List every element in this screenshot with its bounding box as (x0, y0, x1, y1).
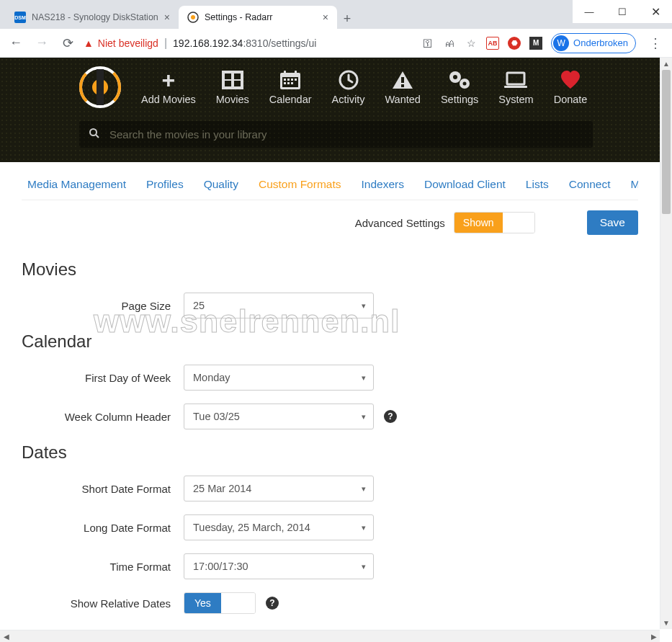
url-host: 192.168.192.34 (173, 37, 243, 49)
svg-line-32 (96, 135, 99, 138)
scroll-left-icon[interactable]: ◀ (0, 630, 12, 642)
tab-custom-formats[interactable]: Custom Formats (259, 178, 341, 191)
security-label: Niet beveiligd (98, 37, 158, 49)
profile-avatar-icon: W (553, 35, 569, 51)
search-icon (89, 128, 99, 141)
forward-button[interactable]: → (32, 33, 52, 53)
star-icon[interactable]: ☆ (465, 37, 478, 50)
extension-badge-icon[interactable]: ⬣ (508, 37, 521, 50)
toggle-value: Shown (454, 213, 503, 233)
svg-rect-15 (284, 79, 286, 81)
scrollbar-thumb[interactable] (662, 70, 671, 214)
nav-activity[interactable]: Activity (332, 69, 365, 105)
save-button[interactable]: Save (587, 210, 638, 235)
new-tab-button[interactable]: + (337, 9, 357, 29)
search-bar[interactable] (79, 121, 593, 148)
nav-label: Calendar (269, 94, 312, 105)
help-icon[interactable]: ? (384, 410, 397, 423)
scroll-up-icon[interactable]: ▲ (660, 58, 672, 70)
short-date-select[interactable]: 25 Mar 2014 (184, 476, 374, 501)
svg-point-1 (191, 15, 195, 19)
svg-rect-24 (401, 84, 404, 87)
radarr-logo-icon[interactable] (79, 66, 121, 108)
tab-connect[interactable]: Connect (569, 178, 611, 191)
svg-rect-10 (234, 81, 241, 86)
search-input[interactable] (109, 128, 583, 141)
clock-icon (339, 69, 359, 91)
tab-metadata[interactable]: Metadata (630, 178, 638, 191)
svg-rect-30 (504, 86, 527, 88)
svg-rect-29 (507, 73, 524, 84)
nav-wanted[interactable]: Wanted (385, 69, 420, 105)
tab-download-client[interactable]: Download Client (424, 178, 506, 191)
vertical-scrollbar[interactable]: ▲ ▼ (660, 58, 672, 629)
svg-rect-20 (287, 82, 290, 84)
scroll-down-icon[interactable]: ▼ (660, 617, 672, 629)
svg-rect-18 (295, 79, 297, 81)
svg-point-26 (453, 75, 457, 79)
browser-tab-radarr[interactable]: Settings - Radarr × (179, 6, 337, 29)
section-movies-title: Movies (22, 259, 638, 280)
time-format-label: Time Format (22, 561, 184, 573)
first-day-select[interactable]: Monday (184, 365, 374, 391)
relative-dates-toggle[interactable]: Yes (184, 592, 256, 614)
svg-rect-19 (284, 82, 286, 84)
long-date-label: Long Date Format (22, 522, 184, 534)
nav-system[interactable]: System (498, 69, 533, 105)
key-icon[interactable]: ⚿ (421, 37, 434, 50)
svg-rect-13 (284, 71, 286, 75)
week-header-select[interactable]: Tue 03/25 (184, 404, 374, 429)
nav-settings[interactable]: Settings (441, 69, 478, 105)
url-display[interactable]: 192.168.192.34:8310/settings/ui (173, 37, 316, 49)
profile-button[interactable]: W Onderbroken (551, 33, 636, 53)
browser-tab-synology[interactable]: DSM NAS218 - Synology DiskStation × (6, 6, 179, 29)
warning-icon (392, 69, 413, 91)
gears-icon (448, 69, 471, 91)
scroll-right-icon[interactable]: ▶ (648, 630, 660, 642)
url-path: /settings/ui (268, 37, 316, 49)
first-day-label: First Day of Week (22, 372, 184, 384)
tab-lists[interactable]: Lists (526, 178, 549, 191)
window-maximize-button[interactable]: ☐ (606, 0, 639, 23)
nav-add-movies[interactable]: + Add Movies (141, 69, 196, 105)
favicon-icon (187, 12, 199, 23)
relative-dates-label: Show Relative Dates (22, 597, 184, 610)
security-warning[interactable]: ▲ Niet beveiligd (84, 37, 158, 49)
long-date-select[interactable]: Tuesday, 25 March, 2014 (184, 514, 374, 540)
back-button[interactable]: ← (6, 33, 26, 53)
tab-indexers[interactable]: Indexers (362, 178, 404, 191)
horizontal-scrollbar[interactable]: ◀ ▶ (0, 630, 660, 642)
tab-close-icon[interactable]: × (164, 12, 170, 23)
plus-icon: + (162, 69, 176, 91)
nav-donate[interactable]: Donate (554, 69, 588, 105)
nav-label: Donate (554, 94, 588, 105)
window-close-button[interactable]: ✕ (639, 0, 672, 23)
week-header-label: Week Column Header (22, 411, 184, 423)
warning-icon: ▲ (84, 37, 94, 49)
help-icon[interactable]: ? (266, 597, 279, 610)
browser-address-bar: ← → ⟳ ▲ Niet beveiligd | 192.168.192.34:… (0, 29, 672, 58)
tab-quality[interactable]: Quality (204, 178, 238, 191)
extension-ab-icon[interactable]: AB (486, 37, 499, 50)
translate-icon[interactable]: 🗚 (443, 37, 456, 50)
nav-label: System (498, 94, 533, 105)
reload-button[interactable]: ⟳ (58, 33, 78, 53)
nav-label: Movies (216, 94, 249, 105)
svg-rect-7 (225, 73, 231, 79)
tab-profiles[interactable]: Profiles (146, 178, 184, 191)
window-minimize-button[interactable]: — (573, 0, 606, 23)
tab-close-icon[interactable]: × (323, 12, 328, 23)
nav-label: Add Movies (141, 94, 196, 105)
browser-menu-button[interactable]: ⋮ (645, 35, 666, 51)
toggle-off-side (503, 213, 534, 233)
page-size-select[interactable]: 25 (184, 293, 374, 318)
short-date-label: Short Date Format (22, 483, 184, 495)
nav-label: Wanted (385, 94, 420, 105)
time-format-select[interactable]: 17:00/17:30 (184, 553, 374, 579)
tab-media-management[interactable]: Media Management (27, 178, 126, 191)
extension-m-icon[interactable]: M (529, 37, 542, 50)
advanced-settings-toggle[interactable]: Shown (454, 212, 535, 233)
url-port: :8310 (243, 37, 268, 49)
nav-movies[interactable]: Movies (216, 69, 249, 105)
nav-calendar[interactable]: Calendar (269, 69, 312, 105)
